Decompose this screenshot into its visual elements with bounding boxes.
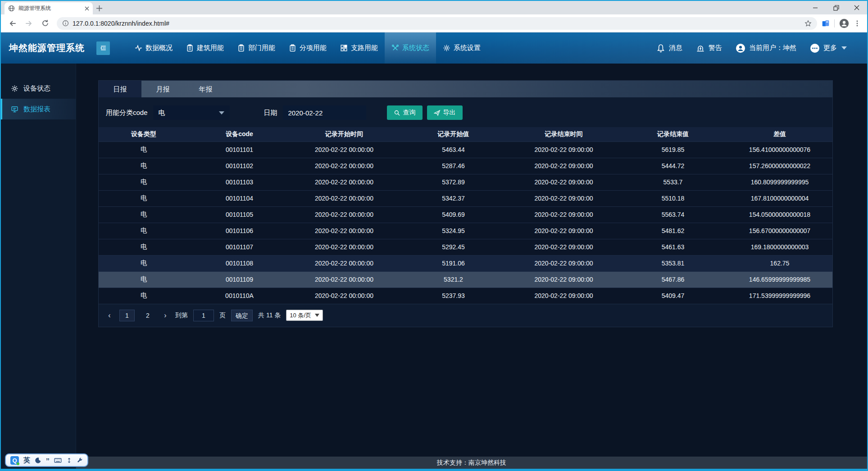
tools-icon <box>391 44 399 52</box>
table-cell: 5619.85 <box>619 142 727 158</box>
clipboard-icon <box>186 44 194 52</box>
ellipsis-circle-icon <box>810 43 820 53</box>
report-tabs: 日报 月报 年报 <box>99 81 832 97</box>
tab-close-icon[interactable] <box>85 6 89 11</box>
more-button[interactable]: 更多 <box>810 43 847 53</box>
date-input[interactable]: 2020-02-22 <box>283 105 366 120</box>
nav-item-branch-energy[interactable]: 支路用能 <box>333 32 385 64</box>
keyboard-icon[interactable] <box>54 457 62 464</box>
table-row[interactable]: 电001011062020-02-22 00:00:005324.952020-… <box>99 223 832 239</box>
app-header: 坤然能源管理系统 数据概况 建筑用能 部门用能 分项用能 支 <box>1 32 867 64</box>
table-cell: 154.05000000000018 <box>727 206 832 223</box>
close-window-button[interactable] <box>846 1 867 14</box>
page-size-select[interactable]: 10 条/页 <box>286 310 323 321</box>
url-bar[interactable]: 127.0.0.1:8020/krznnh/index.html# <box>57 17 817 30</box>
profile-avatar-icon[interactable] <box>839 18 849 28</box>
clipboard-icon <box>237 44 245 52</box>
table-row[interactable]: 电001011022020-02-22 00:00:005287.462020-… <box>99 158 832 174</box>
ime-logo-icon[interactable]: Q <box>10 456 19 465</box>
table-row[interactable]: 电001011042020-02-22 00:00:005342.372020-… <box>99 190 832 206</box>
tab-monthly[interactable]: 月报 <box>141 81 184 97</box>
current-user[interactable]: 当前用户：坤然 <box>736 43 796 53</box>
sidebar-item-data-report[interactable]: 数据报表 <box>1 99 76 119</box>
query-button[interactable]: 查询 <box>387 105 423 120</box>
nav-item-department-energy[interactable]: 部门用能 <box>231 32 282 64</box>
tab-yearly[interactable]: 年报 <box>184 81 227 97</box>
table-row[interactable]: 电001011052020-02-22 00:00:005409.692020-… <box>99 206 832 223</box>
browser-window: 能源管理系统 127.0.0.1:8020/krznnh/ <box>0 0 868 471</box>
table-cell: 5461.63 <box>619 239 727 255</box>
restore-button[interactable] <box>826 1 846 14</box>
nav-item-system-settings[interactable]: 系统设置 <box>436 32 487 64</box>
page-button-1[interactable]: 1 <box>119 310 135 321</box>
category-select[interactable]: 电 <box>153 105 230 120</box>
nav-label: 系统状态 <box>402 44 429 52</box>
sidebar-toggle-button[interactable] <box>96 41 110 55</box>
forward-button[interactable] <box>22 16 36 31</box>
table-cell: 156.67000000000007 <box>727 223 832 239</box>
minimize-button[interactable] <box>805 1 826 14</box>
extension-icon[interactable] <box>822 19 830 27</box>
messages-button[interactable]: 消息 <box>656 44 682 53</box>
nav-item-subitem-energy[interactable]: 分项用能 <box>282 32 333 64</box>
alerts-label: 警告 <box>709 44 722 52</box>
table-cell: 电 <box>99 174 189 190</box>
goto-page-input[interactable]: 1 <box>193 310 214 321</box>
nav-label: 系统设置 <box>454 44 481 52</box>
user-icon <box>736 43 745 53</box>
table-cell: 2020-02-22 09:00:00 <box>509 239 619 255</box>
bell-icon <box>656 44 665 53</box>
tab-daily[interactable]: 日报 <box>99 81 141 97</box>
moon-icon[interactable] <box>35 457 41 464</box>
export-button[interactable]: 导出 <box>427 105 463 120</box>
user-label: 当前用户：坤然 <box>749 44 796 52</box>
page-button-2[interactable]: 2 <box>140 310 155 321</box>
sidebar-item-label: 数据报表 <box>23 105 50 114</box>
ime-mode-label[interactable]: 英 <box>23 456 30 465</box>
back-button[interactable] <box>5 16 20 31</box>
ime-toolbar[interactable]: Q 英 ’’ <box>5 453 88 467</box>
table-cell: 2020-02-22 09:00:00 <box>509 255 619 271</box>
bookmark-star-icon[interactable] <box>804 20 812 27</box>
nav-item-data-overview[interactable]: 数据概况 <box>128 32 179 64</box>
siren-icon <box>696 44 705 53</box>
chrome-menu-icon[interactable] <box>854 20 861 27</box>
alerts-button[interactable]: 警告 <box>696 44 722 53</box>
prev-page-icon[interactable]: ‹ <box>105 311 114 320</box>
wrench-icon[interactable] <box>77 457 83 463</box>
url-text[interactable]: 127.0.0.1:8020/krznnh/index.html# <box>73 20 801 27</box>
table-row[interactable]: 电001011012020-02-22 00:00:005463.442020-… <box>99 142 832 158</box>
sidebar-item-device-status[interactable]: 设备状态 <box>1 78 76 99</box>
table-row[interactable]: 电001011032020-02-22 00:00:005372.892020-… <box>99 174 832 190</box>
table-cell: 5563.74 <box>619 206 727 223</box>
confirm-button[interactable]: 确定 <box>231 310 253 321</box>
pagination: ‹ 1 2 › 到第 1 页 确定 共 11 条 10 条/页 <box>99 304 832 327</box>
punctuation-icon[interactable]: ’’ <box>46 457 50 464</box>
table-cell: 电 <box>99 255 189 271</box>
column-header: 设备code <box>189 127 290 142</box>
table-row[interactable]: 电001011072020-02-22 00:00:005292.452020-… <box>99 239 832 255</box>
new-tab-button[interactable] <box>93 2 105 14</box>
app-brand: 坤然能源管理系统 <box>9 42 85 54</box>
table-cell: 00101108 <box>189 255 290 271</box>
next-page-icon[interactable]: › <box>161 311 170 320</box>
gear-icon <box>11 85 18 92</box>
table-cell: 5510.18 <box>619 190 727 206</box>
page-info-icon[interactable] <box>62 20 69 27</box>
table-row[interactable]: 电0010110A2020-02-22 00:00:005237.932020-… <box>99 288 832 304</box>
table-cell: 2020-02-22 09:00:00 <box>509 206 619 223</box>
table-cell: 2020-02-22 09:00:00 <box>509 158 619 174</box>
table-cell: 2020-02-22 00:00:00 <box>290 206 398 223</box>
reload-button[interactable] <box>38 16 52 31</box>
table-cell: 171.53999999999996 <box>727 288 832 304</box>
nav-item-system-status[interactable]: 系统状态 <box>385 32 436 64</box>
table-cell: 5409.69 <box>398 206 509 223</box>
table-cell: 2020-02-22 00:00:00 <box>290 190 398 206</box>
nav-item-building-energy[interactable]: 建筑用能 <box>179 32 231 64</box>
table-row[interactable]: 电001011082020-02-22 00:00:005191.062020-… <box>99 255 832 271</box>
browser-tab[interactable]: 能源管理系统 <box>5 2 93 14</box>
layout-toggle-icon[interactable] <box>66 457 72 463</box>
table-row[interactable]: 电001011092020-02-22 00:00:005321.22020-0… <box>99 271 832 288</box>
table-cell: 5292.45 <box>398 239 509 255</box>
header-right: 消息 警告 当前用户：坤然 更多 <box>656 43 847 53</box>
